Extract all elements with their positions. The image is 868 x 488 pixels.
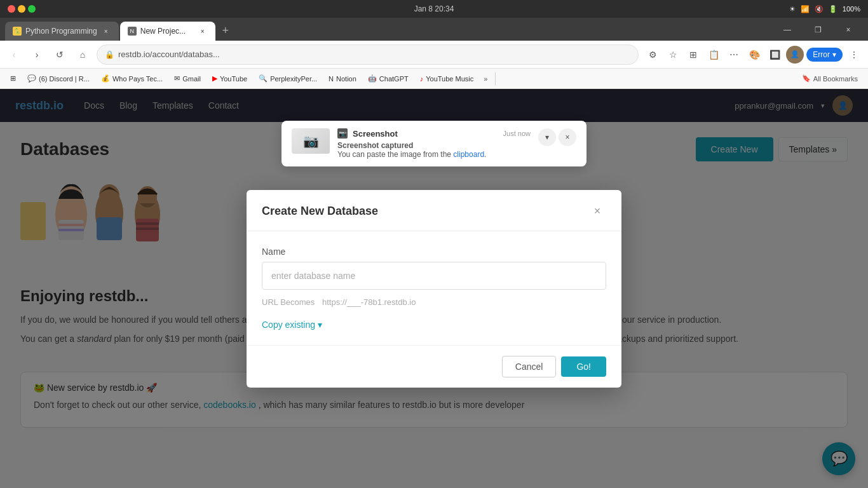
tab-close-python[interactable]: ×: [101, 26, 111, 36]
more-options-btn[interactable]: ⋮: [845, 46, 863, 64]
profile-button[interactable]: 👤: [786, 46, 804, 64]
tab-favicon-newproject: N: [128, 27, 137, 36]
error-button[interactable]: Error ▾: [806, 48, 843, 62]
clipboard-link[interactable]: clipboard: [453, 150, 484, 159]
tab-bar: 🐍 Python Programming × N New Projec... ×…: [0, 18, 868, 41]
modal-body: Name URL Becomes https://___-78b1.restdb…: [247, 231, 621, 345]
database-name-input[interactable]: [262, 262, 606, 290]
extensions-button[interactable]: ⚙: [644, 46, 661, 64]
window-controls: — ❐ ×: [773, 22, 863, 38]
bookmark-perplexity[interactable]: 🔍 PerplexityPer...: [254, 72, 322, 85]
minimize-traffic-light[interactable]: [18, 5, 25, 13]
notification-close-button[interactable]: ×: [559, 128, 576, 146]
forward-button[interactable]: ›: [28, 46, 46, 64]
tab-python[interactable]: 🐍 Python Programming ×: [5, 22, 119, 41]
bookmark-discord[interactable]: 💬 (6) Discord | R...: [22, 72, 95, 85]
copy-existing-button[interactable]: Copy existing ▾: [262, 320, 322, 330]
tab-favicon-python: 🐍: [13, 27, 22, 36]
all-bookmarks-button[interactable]: 🔖 All Bookmarks: [797, 72, 863, 85]
os-titlebar-right: ☀ 📶 🔇 🔋 100%: [789, 5, 860, 13]
notification-icon: 📷: [337, 128, 348, 139]
new-tab-button[interactable]: +: [217, 22, 234, 39]
url-becomes-value: https://___-78b1.restdb.io: [322, 297, 416, 307]
notification-title: Screenshot: [353, 129, 398, 139]
copy-existing-dropdown-icon: ▾: [318, 320, 322, 330]
refresh-button[interactable]: ↺: [51, 46, 69, 64]
volume-icon: 🔇: [815, 5, 824, 13]
address-bar: ‹ › ↺ ⌂ 🔒 restdb.io/account/databas... ⚙…: [0, 41, 868, 69]
maximize-button[interactable]: ❐: [803, 22, 832, 38]
bookmarks-bar: ⊞ 💬 (6) Discord | R... 💰 Who Pays Tec...…: [0, 69, 868, 89]
modal-footer: Cancel Go!: [247, 345, 621, 388]
maximize-traffic-light[interactable]: [28, 5, 36, 13]
bookmark-btn[interactable]: ☆: [664, 46, 682, 64]
modal-close-button[interactable]: ×: [588, 203, 606, 220]
tab-title-newproject: New Projec...: [140, 27, 194, 36]
apps-btn[interactable]: ⋯: [725, 46, 743, 64]
cancel-button[interactable]: Cancel: [502, 356, 557, 377]
minimize-button[interactable]: —: [773, 22, 802, 38]
bookmark-youtubemusic[interactable]: ♪ YouTube Music: [415, 73, 479, 85]
bookmark-notion[interactable]: N Notion: [323, 73, 362, 85]
notification-header: 📷 Screenshot Just now: [337, 128, 531, 139]
bookmark-youtube[interactable]: ▶ YouTube: [207, 72, 252, 85]
url-becomes: URL Becomes https://___-78b1.restdb.io: [262, 297, 606, 307]
create-database-modal: Create New Database × Name URL Becomes h…: [247, 190, 621, 388]
error-dropdown-icon: ▾: [832, 50, 836, 59]
colorpicker-btn[interactable]: 🎨: [745, 46, 763, 64]
bookmark-whopays[interactable]: 💰 Who Pays Tec...: [96, 72, 168, 85]
back-button[interactable]: ‹: [5, 46, 23, 64]
page-content: 📷 📷 Screenshot Just now Screenshot captu…: [0, 89, 868, 488]
extension1-btn[interactable]: 🔲: [766, 46, 783, 64]
notification-time: Just now: [503, 130, 531, 137]
url-text: restdb.io/account/databas...: [118, 50, 630, 59]
bookmarks-more-button[interactable]: »: [480, 73, 491, 85]
screenshot-notification: 📷 📷 Screenshot Just now Screenshot captu…: [281, 121, 587, 166]
notification-thumbnail: 📷: [292, 128, 330, 154]
browser: 🐍 Python Programming × N New Projec... ×…: [0, 18, 868, 488]
wifi-icon: 📶: [801, 5, 810, 13]
home-button[interactable]: ⌂: [74, 46, 92, 64]
go-button[interactable]: Go!: [561, 356, 606, 377]
battery-percent: 100%: [843, 5, 860, 13]
brightness-icon: ☀: [789, 5, 796, 13]
os-titlebar-left: [8, 5, 36, 13]
os-datetime: Jan 8 20:34: [414, 4, 454, 13]
bookmark-separator: [495, 72, 496, 85]
name-label: Name: [262, 247, 606, 257]
battery-icon: 🔋: [829, 5, 837, 13]
notification-actions: ▾ ×: [538, 128, 576, 146]
bookmark-apps[interactable]: ⊞: [5, 72, 21, 85]
bookmark-gmail[interactable]: ✉ Gmail: [169, 72, 206, 85]
tab-newproject[interactable]: N New Projec... ×: [120, 22, 215, 41]
lock-icon: 🔒: [105, 50, 114, 59]
close-traffic-light[interactable]: [8, 5, 15, 13]
tab-close-newproject[interactable]: ×: [198, 26, 208, 36]
copy-existing-section: Copy existing ▾: [262, 320, 606, 330]
modal-title: Create New Database: [262, 205, 378, 218]
notification-text: Screenshot captured You can paste the im…: [337, 141, 531, 159]
browser-actions: ⚙ ☆ ⊞ 📋 ⋯ 🎨 🔲 👤 Error ▾ ⋮: [644, 46, 863, 64]
url-bar[interactable]: 🔒 restdb.io/account/databas...: [97, 44, 639, 65]
bookmark-chatgpt[interactable]: 🤖 ChatGPT: [363, 72, 414, 85]
notification-content: 📷 Screenshot Just now Screenshot capture…: [337, 128, 531, 159]
os-titlebar: Jan 8 20:34 ☀ 📶 🔇 🔋 100%: [0, 0, 868, 18]
copy-existing-label: Copy existing: [262, 320, 315, 330]
close-button[interactable]: ×: [834, 22, 863, 38]
notification-collapse-button[interactable]: ▾: [538, 128, 556, 146]
cast-btn[interactable]: 📋: [705, 46, 722, 64]
modal-header: Create New Database ×: [247, 190, 621, 231]
tab-search-btn[interactable]: ⊞: [684, 46, 702, 64]
traffic-lights: [8, 5, 36, 13]
tab-title-python: Python Programming: [25, 27, 97, 36]
error-label: Error: [813, 50, 830, 59]
